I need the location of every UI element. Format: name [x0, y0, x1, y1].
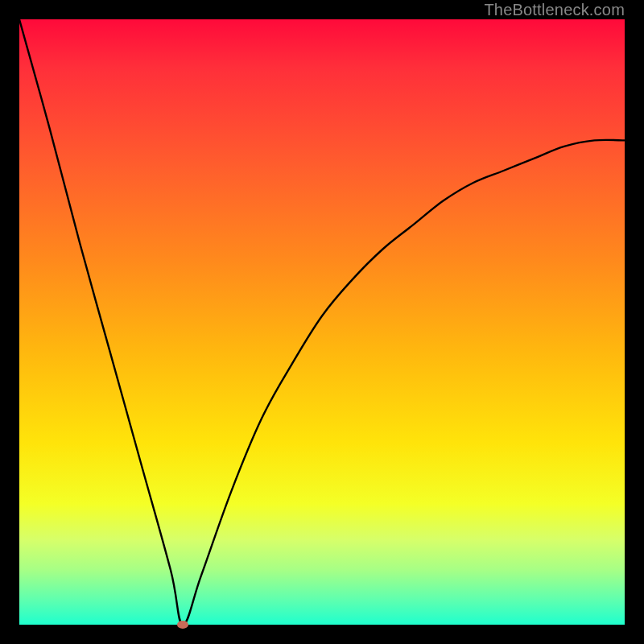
minimum-marker	[177, 621, 188, 629]
plot-area	[19, 19, 625, 625]
bottleneck-curve	[19, 19, 625, 625]
watermark-text: TheBottleneck.com	[484, 0, 625, 19]
chart-frame: TheBottleneck.com	[0, 0, 644, 644]
